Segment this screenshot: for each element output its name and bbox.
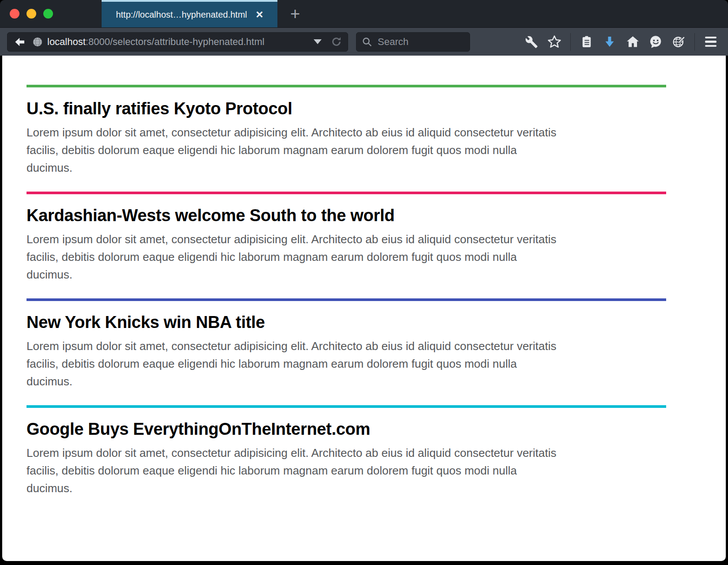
article-title: U.S. finally ratifies Kyoto Protocol bbox=[27, 99, 666, 118]
reload-icon bbox=[330, 36, 342, 48]
close-window-button[interactable] bbox=[10, 9, 19, 19]
back-icon bbox=[13, 35, 27, 49]
download-icon bbox=[603, 35, 616, 49]
article-title: Google Buys EverythingOnTheInternet.com bbox=[27, 419, 666, 439]
bookmark-star-button[interactable] bbox=[544, 32, 565, 52]
url-text: localhost:8000/selectors/attribute-hyphe… bbox=[47, 36, 265, 48]
browser-window: http://localhost…hyphenated.html × + loc… bbox=[0, 0, 728, 565]
page-content: U.S. finally ratifies Kyoto Protocol Lor… bbox=[2, 56, 726, 561]
menu-icon-bar bbox=[705, 45, 717, 47]
toolbar-buttons bbox=[521, 32, 721, 52]
article-kardashian: Kardashian-Wests welcome South to the wo… bbox=[27, 192, 666, 283]
search-input[interactable] bbox=[377, 36, 464, 48]
navigation-toolbar: localhost:8000/selectors/attribute-hyphe… bbox=[0, 27, 728, 56]
toolbar-separator bbox=[570, 33, 571, 51]
dropdown-caret-icon[interactable] bbox=[314, 39, 322, 44]
viewport-frame: U.S. finally ratifies Kyoto Protocol Lor… bbox=[0, 56, 728, 565]
article-google: Google Buys EverythingOnTheInternet.com … bbox=[27, 405, 666, 497]
menu-button[interactable] bbox=[701, 32, 721, 52]
menu-icon-bar bbox=[705, 41, 717, 43]
url-bar[interactable]: localhost:8000/selectors/attribute-hyphe… bbox=[7, 32, 348, 52]
page-edit-button[interactable] bbox=[668, 32, 689, 52]
reading-list-button[interactable] bbox=[576, 32, 597, 52]
article-body: Lorem ipsum dolor sit amet, consectetur … bbox=[27, 337, 666, 390]
home-button[interactable] bbox=[622, 32, 643, 52]
wrench-icon bbox=[525, 35, 538, 49]
back-button[interactable] bbox=[8, 33, 32, 51]
url-path: :8000/selectors/attribute-hyphenated.htm… bbox=[86, 36, 265, 47]
minimize-window-button[interactable] bbox=[27, 9, 36, 19]
globe-favicon-icon[interactable] bbox=[32, 37, 43, 47]
zoom-window-button[interactable] bbox=[43, 9, 53, 19]
globe-pencil-icon bbox=[672, 35, 686, 49]
article-kyoto: U.S. finally ratifies Kyoto Protocol Lor… bbox=[27, 85, 666, 177]
feedback-smiley-icon bbox=[649, 35, 663, 49]
article-title: New York Knicks win NBA title bbox=[27, 313, 666, 332]
reading-list-icon bbox=[580, 35, 593, 49]
article-knicks: New York Knicks win NBA title Lorem ipsu… bbox=[27, 298, 666, 390]
article-body: Lorem ipsum dolor sit amet, consectetur … bbox=[27, 124, 666, 177]
article-body: Lorem ipsum dolor sit amet, consectetur … bbox=[27, 444, 666, 497]
tab-title: http://localhost…hyphenated.html bbox=[116, 10, 247, 20]
reload-button[interactable] bbox=[330, 36, 342, 48]
active-tab[interactable]: http://localhost…hyphenated.html × bbox=[102, 0, 277, 27]
traffic-lights bbox=[0, 0, 102, 27]
article-title: Kardashian-Wests welcome South to the wo… bbox=[27, 206, 666, 225]
search-field[interactable] bbox=[356, 32, 470, 52]
developer-tools-button[interactable] bbox=[521, 32, 542, 52]
article-body: Lorem ipsum dolor sit amet, consectetur … bbox=[27, 230, 666, 283]
tab-close-icon[interactable]: × bbox=[256, 8, 263, 21]
feedback-button[interactable] bbox=[645, 32, 666, 52]
tab-bar: http://localhost…hyphenated.html × + bbox=[0, 0, 728, 27]
new-tab-button[interactable]: + bbox=[277, 0, 313, 27]
search-icon[interactable] bbox=[362, 37, 372, 47]
star-icon bbox=[547, 34, 562, 49]
menu-icon bbox=[705, 37, 717, 39]
downloads-button[interactable] bbox=[599, 32, 620, 52]
url-host: localhost bbox=[47, 36, 86, 47]
home-icon bbox=[626, 35, 640, 49]
toolbar-separator bbox=[694, 33, 695, 51]
